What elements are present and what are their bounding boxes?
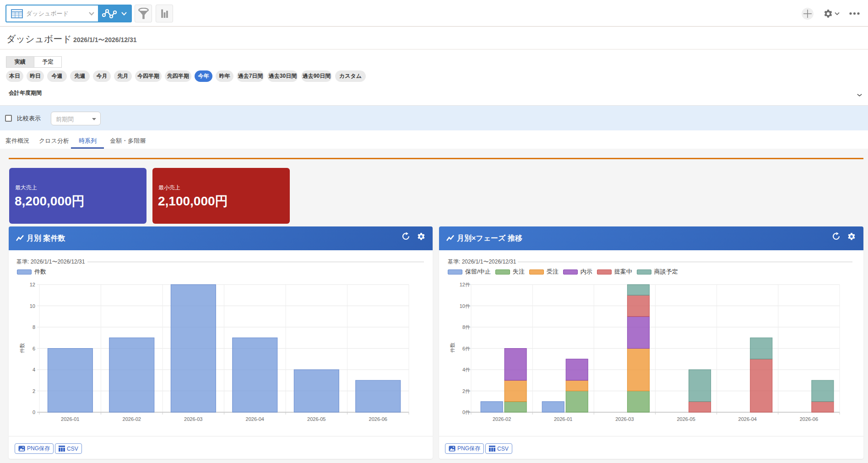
svg-text:0: 0 (33, 409, 35, 415)
svg-text:12: 12 (30, 282, 35, 287)
svg-text:2026-01: 2026-01 (554, 416, 572, 422)
svg-text:2026-05: 2026-05 (307, 416, 326, 422)
svg-text:2026-06: 2026-06 (369, 416, 387, 422)
svg-text:12件: 12件 (460, 282, 470, 287)
svg-text:6件: 6件 (462, 346, 470, 351)
svg-text:8件: 8件 (462, 324, 470, 330)
svg-text:10: 10 (30, 303, 35, 309)
svg-text:2026-03: 2026-03 (615, 416, 634, 422)
svg-text:2026-04: 2026-04 (738, 416, 757, 422)
svg-text:2026-05: 2026-05 (677, 416, 695, 422)
svg-text:8: 8 (33, 324, 35, 330)
svg-text:10件: 10件 (460, 303, 470, 309)
svg-text:2026-04: 2026-04 (246, 416, 264, 422)
svg-text:2: 2 (33, 388, 35, 394)
svg-text:2026-02: 2026-02 (123, 416, 141, 422)
svg-text:4件: 4件 (462, 367, 470, 372)
svg-text:4: 4 (33, 367, 35, 372)
svg-text:2026-03: 2026-03 (184, 416, 202, 422)
svg-text:2026-01: 2026-01 (61, 416, 79, 422)
svg-text:件数: 件数 (450, 343, 455, 353)
svg-text:6: 6 (33, 346, 35, 351)
svg-text:2件: 2件 (462, 388, 470, 394)
svg-text:2026-06: 2026-06 (800, 416, 818, 422)
svg-text:0件: 0件 (462, 409, 470, 415)
svg-text:件数: 件数 (19, 343, 25, 353)
svg-text:2026-02: 2026-02 (493, 416, 511, 422)
